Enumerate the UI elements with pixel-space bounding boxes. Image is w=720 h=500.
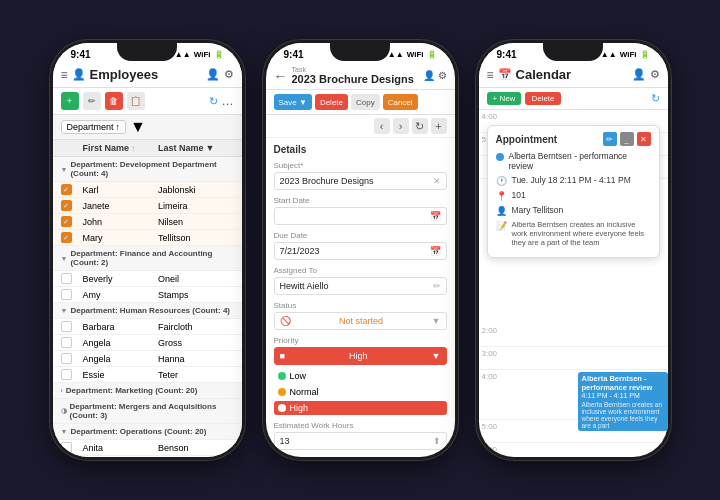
table-row[interactable]: ✓ John Nilsen <box>53 214 242 230</box>
dept-operations[interactable]: ▼ Department: Operations (Count: 20) <box>53 424 242 440</box>
lastname-header[interactable]: Last Name ▼ <box>158 143 234 153</box>
dept-name: Department: Mergers and Acquisitions (Co… <box>70 402 234 420</box>
refresh-icon[interactable]: ↻ <box>651 92 660 105</box>
phone-employees: 9:41 ▲▲▲ WiFi 🔋 ≡ 👤 Employees 👤 ⚙ + ✏ 🗑 … <box>50 40 245 460</box>
dept-finance[interactable]: ▼ Department: Finance and Accounting (Co… <box>53 246 242 271</box>
dept-mergers[interactable]: ◑ Department: Mergers and Acquisitions (… <box>53 399 242 424</box>
appt-title: Appointment <box>496 134 558 145</box>
row-checkbox[interactable] <box>61 353 72 364</box>
time-slot-200: 2:00 <box>479 324 668 347</box>
menu-icon[interactable]: ≡ <box>487 68 494 82</box>
dept-development[interactable]: ▼ Department: Development Department (Co… <box>53 157 242 182</box>
row-checkbox[interactable] <box>61 442 72 453</box>
copy-button[interactable]: Copy <box>351 94 380 110</box>
save-button[interactable]: Save ▼ <box>274 94 312 110</box>
assignedto-value[interactable]: Hewitt Aiello ✏ <box>274 277 447 295</box>
back-arrow-icon[interactable]: ← <box>274 68 288 84</box>
calendar-icon[interactable]: 📅 <box>430 211 441 221</box>
stepper-icon[interactable]: ⬆ <box>433 436 441 446</box>
refresh-button[interactable]: ↻ <box>412 118 428 134</box>
table-row[interactable]: Amy Stamps <box>53 287 242 303</box>
slot-area[interactable] <box>509 324 668 346</box>
table-row[interactable]: Angela Gross <box>53 335 242 351</box>
minimize-button[interactable]: _ <box>620 132 634 146</box>
lastname-cell: Jablonski <box>158 185 234 195</box>
dept-hr[interactable]: ▼ Department: Human Resources (Count: 4) <box>53 303 242 319</box>
startdate-value[interactable]: 📅 <box>274 207 447 225</box>
row-checkbox[interactable] <box>61 337 72 348</box>
notes-icon: 📝 <box>496 221 507 231</box>
table-row[interactable]: Barbara Faircloth <box>53 319 242 335</box>
status-value[interactable]: 🚫 Not started ▼ <box>274 312 447 330</box>
firstname-cell: Angela <box>83 354 159 364</box>
new-event-button[interactable]: + New <box>487 92 522 105</box>
lastname-cell: Gross <box>158 338 234 348</box>
delete-button[interactable]: 🗑 <box>105 92 123 110</box>
duedate-value[interactable]: 7/21/2023 📅 <box>274 242 447 260</box>
firstname-cell: Essie <box>83 370 159 380</box>
row-checkbox[interactable] <box>61 369 72 380</box>
copy-button[interactable]: 📋 <box>127 92 145 110</box>
table-row[interactable]: Essie Teter <box>53 367 242 383</box>
table-row[interactable]: ✓ Mary Tellitson <box>53 230 242 246</box>
time-slots-area: 4:00 5:00 Appointment ✏ <box>479 110 668 457</box>
add-button[interactable]: + <box>61 92 79 110</box>
cancel-button[interactable]: Cancel <box>383 94 418 110</box>
row-checkbox[interactable]: ✓ <box>61 232 72 243</box>
dropdown-icon[interactable]: ▼ <box>432 316 441 326</box>
table-row[interactable]: Angela Hanna <box>53 351 242 367</box>
table-row[interactable]: Barbara Chapman <box>53 456 242 457</box>
notch <box>117 43 177 61</box>
person-icon[interactable]: 👤 <box>206 68 220 81</box>
priority-high[interactable]: High <box>274 401 447 415</box>
wifi-icon: WiFi <box>620 50 637 59</box>
edit-button[interactable]: ✏ <box>83 92 101 110</box>
table-row[interactable]: ✓ Karl Jablonski <box>53 182 242 198</box>
row-checkbox[interactable] <box>61 289 72 300</box>
person-icon[interactable]: 👤 <box>423 70 435 81</box>
slot-area[interactable] <box>509 443 668 457</box>
subject-value[interactable]: 2023 Brochure Designs ✕ <box>274 172 447 190</box>
workhours-value[interactable]: 13 ⬆ <box>274 432 447 450</box>
appt-header: Appointment ✏ _ ✕ <box>496 132 651 146</box>
calendar-icon[interactable]: 📅 <box>430 246 441 256</box>
slot-area[interactable]: Alberta Berntsen - performance review 4:… <box>509 370 668 392</box>
more-icon[interactable]: … <box>222 94 234 108</box>
gear-icon[interactable]: ⚙ <box>650 68 660 81</box>
slot-area[interactable] <box>509 420 668 442</box>
filter-icon[interactable]: ▼ <box>130 118 146 136</box>
prev-button[interactable]: ‹ <box>374 118 390 134</box>
lastname-cell: Faircloth <box>158 322 234 332</box>
table-row[interactable]: ✓ Janete Limeira <box>53 198 242 214</box>
person-icon[interactable]: 👤 <box>632 68 646 81</box>
settings-icon[interactable]: ⚙ <box>224 68 234 81</box>
row-checkbox[interactable] <box>61 273 72 284</box>
department-filter[interactable]: Department ↑ <box>61 120 127 134</box>
table-row[interactable]: Beverly Oneil <box>53 271 242 287</box>
priority-value[interactable]: ■ High ▼ <box>274 347 447 365</box>
high-indicator <box>278 404 286 412</box>
next-button[interactable]: › <box>393 118 409 134</box>
row-checkbox[interactable]: ✓ <box>61 184 72 195</box>
menu-icon[interactable]: ≡ <box>61 68 68 82</box>
dept-marketing[interactable]: › Department: Marketing (Count: 20) <box>53 383 242 399</box>
priority-normal[interactable]: Normal <box>274 385 447 399</box>
row-checkbox[interactable]: ✓ <box>61 200 72 211</box>
add-button[interactable]: + <box>431 118 447 134</box>
row-checkbox[interactable] <box>61 321 72 332</box>
row-checkbox[interactable]: ✓ <box>61 216 72 227</box>
close-appointment-button[interactable]: ✕ <box>637 132 651 146</box>
clear-icon[interactable]: ✕ <box>433 176 441 186</box>
edit-appointment-button[interactable]: ✏ <box>603 132 617 146</box>
dropdown-icon[interactable]: ▼ <box>432 351 441 361</box>
gear-icon[interactable]: ⚙ <box>438 70 447 81</box>
priority-low[interactable]: Low <box>274 369 447 383</box>
edit-icon[interactable]: ✏ <box>433 281 441 291</box>
refresh-icon[interactable]: ↻ <box>209 95 218 108</box>
delete-button[interactable]: Delete <box>315 94 348 110</box>
table-row[interactable]: Anita Benson <box>53 440 242 456</box>
calendar-body: 4:00 5:00 Appointment ✏ <box>479 110 668 457</box>
slot-area[interactable] <box>509 347 668 369</box>
firstname-header[interactable]: First Name ↑ <box>83 143 159 153</box>
delete-event-button[interactable]: Delete <box>525 92 560 105</box>
